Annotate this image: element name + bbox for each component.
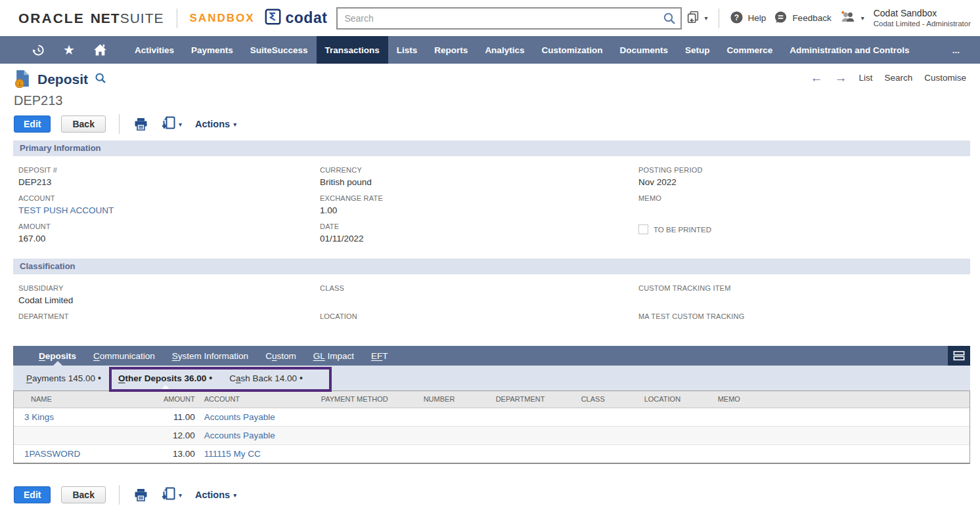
nav-item-lists[interactable]: Lists <box>388 36 426 64</box>
to-be-printed-checkbox[interactable] <box>638 224 648 234</box>
search-icon[interactable] <box>662 11 677 28</box>
nav-item-payments[interactable]: Payments <box>183 36 242 64</box>
tab-custom[interactable]: Custom <box>257 346 305 366</box>
account-name: Codat Sandbox <box>874 8 971 20</box>
nav-item-administration[interactable]: Administration and Controls <box>781 36 918 64</box>
print-icon[interactable] <box>133 116 149 132</box>
shortcuts-star-icon[interactable]: ★ <box>55 36 83 64</box>
feedback-icon <box>774 11 788 26</box>
nav-item-activities[interactable]: Activities <box>126 36 183 64</box>
nav-item-documents[interactable]: Documents <box>611 36 677 64</box>
field-department: DEPARTMENT <box>18 312 320 341</box>
divider <box>119 485 120 505</box>
tab-system-information[interactable]: System Information <box>164 346 257 366</box>
feedback-button[interactable]: Feedback <box>774 11 831 26</box>
recent-records-icon[interactable] <box>22 36 55 64</box>
codat-logo: codat <box>264 8 328 28</box>
home-icon[interactable] <box>83 36 117 64</box>
chevron-down-icon: ▾ <box>179 121 182 128</box>
save-new-record-menu[interactable]: ▾ <box>161 115 182 133</box>
record-search-icon[interactable] <box>94 72 107 87</box>
column-header-class[interactable]: CLASS <box>576 391 639 408</box>
deposit-subtabs: Payments 145.00• Other Deposits 36.00• C… <box>13 366 970 390</box>
previous-record-arrow[interactable]: ← <box>810 72 822 84</box>
column-header-name[interactable]: NAME <box>14 391 158 408</box>
nav-item-reports[interactable]: Reports <box>426 36 476 64</box>
field-ma-test-custom-tracking: MA TEST CUSTOM TRACKING <box>638 312 980 341</box>
next-record-arrow[interactable]: → <box>834 72 847 84</box>
back-button[interactable]: Back <box>61 486 105 503</box>
account-link[interactable]: 111115 My CC <box>204 449 261 459</box>
field-account: ACCOUNT TEST PUSH ACCOUNT <box>18 194 320 222</box>
column-header-account[interactable]: ACCOUNT <box>199 391 316 408</box>
classification-header: Classification <box>13 259 970 274</box>
classification-col3: CUSTOM TRACKING ITEM MA TEST CUSTOM TRAC… <box>638 284 980 341</box>
print-icon[interactable] <box>133 487 149 503</box>
account-info[interactable]: Codat Sandbox Codat Limited - Administra… <box>874 8 971 29</box>
footer-actions-toolbar: Edit Back ▾ Actions ▾ <box>14 485 980 505</box>
record-id: DEP213 <box>14 93 966 108</box>
field-value <box>18 324 320 335</box>
nav-item-customization[interactable]: Customization <box>533 36 611 64</box>
column-header-amount[interactable]: AMOUNT <box>158 391 199 408</box>
account-link[interactable]: Accounts Payable <box>204 431 275 440</box>
quick-add-menu[interactable]: ▾ <box>686 10 708 26</box>
nav-item-more[interactable]: ... <box>944 36 968 64</box>
roles-menu[interactable]: ▾ <box>839 9 864 27</box>
back-button[interactable]: Back <box>61 116 105 133</box>
rows-view-icon <box>952 350 966 362</box>
name-link[interactable]: 3 Kings <box>24 412 54 422</box>
field-label: DATE <box>320 222 638 230</box>
payment-method-cell <box>316 426 418 444</box>
tab-deposits[interactable]: Deposits <box>30 346 85 366</box>
field-custom-tracking-item: CUSTOM TRACKING ITEM <box>638 284 980 312</box>
record-nav-links: ← → List Search Customise <box>810 72 966 84</box>
class-cell <box>576 426 639 444</box>
nav-item-setup[interactable]: Setup <box>677 36 719 64</box>
nav-item-transactions[interactable]: Transactions <box>317 36 388 64</box>
top-right-cluster: ▾ ? Help Feedback ▾ Codat Sandbox Codat … <box>686 8 980 29</box>
svg-text:1: 1 <box>18 81 21 86</box>
actions-menu[interactable]: Actions ▾ <box>195 119 236 129</box>
record-actions-toolbar: Edit Back ▾ Actions ▾ <box>14 114 966 134</box>
field-to-be-printed: TO BE PRINTED <box>638 224 980 234</box>
column-header-number[interactable]: NUMBER <box>418 391 491 408</box>
subtab-other-deposits[interactable]: Other Deposits 36.00• <box>118 366 212 390</box>
table-row: 3 Kings 11.00 Accounts Payable <box>14 408 969 426</box>
nav-item-suitesuccess[interactable]: SuiteSuccess <box>242 36 317 64</box>
feedback-label: Feedback <box>792 13 831 23</box>
bullet-icon: • <box>300 373 303 383</box>
account-link[interactable]: Accounts Payable <box>204 412 275 422</box>
help-button[interactable]: ? Help <box>730 11 767 26</box>
column-header-payment-method[interactable]: PAYMENT METHOD <box>316 391 418 408</box>
edit-button[interactable]: Edit <box>14 486 51 503</box>
nav-item-commerce[interactable]: Commerce <box>718 36 781 64</box>
divider <box>719 9 719 28</box>
column-header-memo[interactable]: MEMO <box>713 391 969 408</box>
nav-item-analytics[interactable]: Analytics <box>476 36 533 64</box>
column-header-department[interactable]: DEPARTMENT <box>491 391 576 408</box>
edit-button[interactable]: Edit <box>14 116 51 133</box>
column-header-location[interactable]: LOCATION <box>639 391 713 408</box>
tab-communication[interactable]: Communication <box>85 346 164 366</box>
field-value: British pound <box>320 177 638 189</box>
tab-eft[interactable]: EFT <box>363 346 397 366</box>
name-link[interactable]: 1PASSWORD <box>24 449 80 459</box>
field-posting-period: POSTING PERIOD Nov 2022 <box>638 166 980 194</box>
search-link[interactable]: Search <box>884 73 912 83</box>
subtab-payments[interactable]: Payments 145.00• <box>26 366 101 390</box>
field-memo: MEMO <box>638 194 980 222</box>
department-cell <box>491 426 576 444</box>
account-link[interactable]: TEST PUSH ACCOUNT <box>18 205 320 217</box>
toggle-view-button[interactable] <box>948 346 970 366</box>
field-value: Codat Limited <box>18 295 320 307</box>
field-label: CLASS <box>320 284 638 292</box>
field-location: LOCATION <box>320 312 638 341</box>
customise-link[interactable]: Customise <box>924 73 966 83</box>
global-search-input[interactable] <box>336 7 682 30</box>
subtab-cash-back[interactable]: Cash Back 14.00• <box>229 366 303 390</box>
actions-menu[interactable]: Actions ▾ <box>195 490 236 500</box>
save-new-record-menu[interactable]: ▾ <box>161 486 182 504</box>
tab-gl-impact[interactable]: GL Impact <box>305 346 363 366</box>
list-link[interactable]: List <box>858 73 872 83</box>
